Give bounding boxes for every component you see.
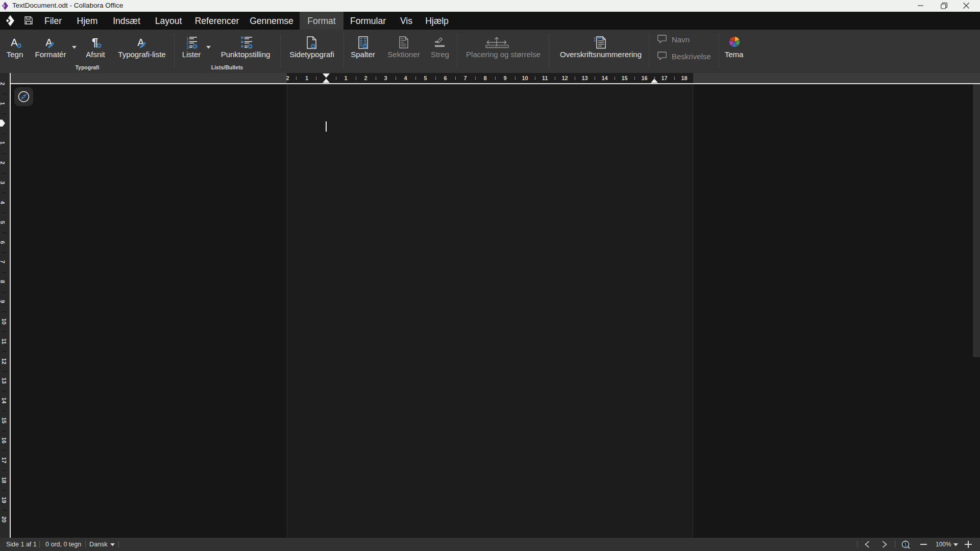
svg-text:¶: ¶ — [92, 36, 98, 48]
svg-text:1: 1 — [904, 542, 907, 547]
svg-text:1: 1 — [594, 37, 597, 42]
svg-text:A: A — [11, 37, 18, 48]
svg-text:3: 3 — [186, 45, 189, 49]
